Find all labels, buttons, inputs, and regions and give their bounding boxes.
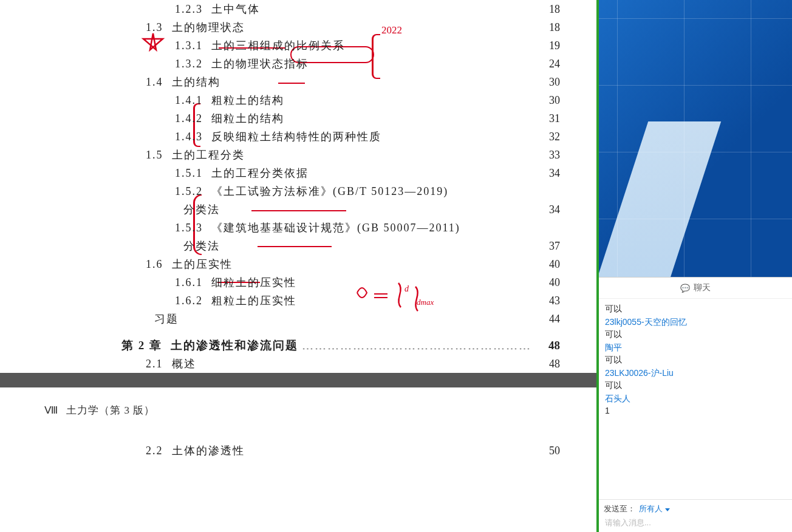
toc-leader-dots <box>248 148 533 159</box>
toc-leader-dots <box>300 293 532 304</box>
toc-number: 1.6.1 <box>36 273 211 292</box>
toc-number: 1.6 <box>36 255 172 273</box>
toc-leader-dots <box>288 93 532 104</box>
toc-leader-dots <box>224 239 532 250</box>
chat-username[interactable]: 23LKJ0026-沪-Liu <box>605 368 786 379</box>
toc-entry: 2.1概述48 <box>36 355 560 373</box>
toc-chapter: 第 2 章土的渗透性和渗流问题48 <box>36 336 560 355</box>
toc-number: 1.4.3 <box>36 128 211 146</box>
toc-entry: 1.3.2土的物理状态指标24 <box>36 55 560 73</box>
chat-username[interactable]: 陶平 <box>605 343 786 353</box>
desktop-wallpaper <box>599 0 792 277</box>
toc-page: 19 <box>536 36 560 55</box>
chat-input[interactable] <box>604 514 787 531</box>
toc-page: 30 <box>536 73 560 91</box>
send-target-dropdown[interactable]: 所有人 <box>639 503 670 514</box>
chat-title: 聊天 <box>694 282 711 293</box>
toc-leader-dots <box>349 38 532 49</box>
chat-message-list[interactable]: 可以23lkj0055-天空的回忆可以陶平可以23LKJ0026-沪-Liu可以… <box>599 299 792 499</box>
toc-entry: 分类法37 <box>36 237 560 255</box>
toc-number: 第 2 章 <box>36 336 171 355</box>
toc-title: 概述 <box>172 355 196 373</box>
toc-entry: 1.5.2《土工试验方法标准》(GB/T 50123—2019) <box>36 182 560 200</box>
toc-entry: 1.4.3反映细粒土结构特性的两种性质32 <box>36 128 560 146</box>
chat-message: 可以 <box>605 380 786 391</box>
toc-page: 48 <box>536 355 560 373</box>
toc-leader-dots <box>302 338 532 349</box>
toc-title: 土的压实性 <box>172 255 233 273</box>
toc-leader-dots <box>224 75 533 86</box>
toc-entry: 1.4.2细粒土的结构31 <box>36 109 560 128</box>
toc-title: 《建筑地基基础设计规范》(GB 50007—2011) <box>211 219 460 237</box>
toc-page: 43 <box>536 292 560 310</box>
right-sidebar: 💬 聊天 可以23lkj0055-天空的回忆可以陶平可以23LKJ0026-沪-… <box>599 0 792 532</box>
toc-leader-dots <box>300 275 532 286</box>
toc-title: 土的物理状态指标 <box>211 55 309 73</box>
toc-page: 34 <box>536 164 560 182</box>
chat-message: 可以 <box>605 304 786 315</box>
toc-leader-dots <box>385 129 532 140</box>
toc-title: 反映细粒土结构特性的两种性质 <box>211 128 381 146</box>
chevron-down-icon <box>665 508 670 511</box>
toc-title: 分类法 <box>183 237 220 255</box>
send-label: 发送至： <box>604 503 635 514</box>
chat-username[interactable]: 石头人 <box>605 394 786 404</box>
toc-page: 33 <box>536 146 560 164</box>
document-viewport[interactable]: 2022 d dmax 1.2.3土中气体181.3土的物理状态181.3.1土… <box>0 0 599 532</box>
toc-entry: 1.3土的物理状态18 <box>36 18 560 36</box>
toc-number: 1.5.1 <box>36 164 211 182</box>
toc-title: 土的三相组成的比例关系 <box>211 36 345 55</box>
toc-entry: 分类法34 <box>36 200 560 219</box>
page-roman-numeral: Ⅷ <box>43 404 58 417</box>
toc-page: 44 <box>536 310 560 328</box>
toc-entry: 1.6.2粗粒土的压实性43 <box>36 292 560 310</box>
toc-number: 1.5.3 <box>36 219 211 237</box>
chat-panel: 💬 聊天 可以23lkj0055-天空的回忆可以陶平可以23LKJ0026-沪-… <box>599 277 792 532</box>
toc-number: 1.4 <box>36 73 172 91</box>
toc-entry: 1.5.1土的工程分类依据34 <box>36 164 560 182</box>
toc-number: 1.2.3 <box>36 0 211 18</box>
toc-leader-dots <box>200 356 533 367</box>
toc-page: 40 <box>536 273 560 292</box>
toc-leader-dots <box>288 111 532 122</box>
chat-icon: 💬 <box>680 284 690 293</box>
toc-title: 土的渗透性和渗流问题 <box>171 336 298 355</box>
toc-entry: 1.5.3《建筑地基基础设计规范》(GB 50007—2011) <box>36 219 560 237</box>
toc-entry: 1.6土的压实性40 <box>36 255 560 273</box>
toc-entry: 1.4.1粗粒土的结构30 <box>36 91 560 109</box>
toc-title: 分类法 <box>183 200 220 219</box>
toc-title: 土的结构 <box>172 73 220 91</box>
send-target-row[interactable]: 发送至： 所有人 <box>604 503 787 514</box>
toc-entry: 1.2.3土中气体18 <box>36 0 560 18</box>
chat-username[interactable]: 23lkj0055-天空的回忆 <box>605 317 786 328</box>
page-footer: Ⅷ 土力学（第 3 版） <box>36 387 560 417</box>
toc-number: 1.3.1 <box>36 36 211 55</box>
book-title: 土力学（第 3 版） <box>66 404 155 416</box>
toc-title: 土体的渗透性 <box>172 442 245 460</box>
toc-number: 1.4.2 <box>36 109 211 128</box>
toc-title: 粗粒土的结构 <box>211 91 284 109</box>
chat-header: 💬 聊天 <box>599 278 792 299</box>
chat-footer: 发送至： 所有人 <box>599 499 792 532</box>
toc-leader-dots <box>248 20 533 31</box>
toc-entry: 1.6.1细粒土的压实性40 <box>36 273 560 292</box>
toc-number: 1.5 <box>36 146 172 164</box>
chat-message: 可以 <box>605 329 786 340</box>
toc-page: 34 <box>536 200 560 219</box>
toc-title: 土的物理状态 <box>172 18 245 36</box>
toc-entry: 1.4土的结构30 <box>36 73 560 91</box>
toc-leader-dots <box>182 312 532 322</box>
toc-number: 1.3 <box>36 18 172 36</box>
toc-title: 细粒土的压实性 <box>211 273 296 292</box>
toc-leader-dots <box>224 202 532 213</box>
toc-page: 18 <box>536 18 560 36</box>
toc-page: 37 <box>536 237 560 255</box>
toc-page: 32 <box>536 128 560 146</box>
toc-entry: 1.3.1土的三相组成的比例关系19 <box>36 36 560 55</box>
toc-title: 《土工试验方法标准》(GB/T 50123—2019) <box>211 182 448 200</box>
toc-title: 土中气体 <box>211 0 260 18</box>
toc-leader-dots <box>236 257 533 268</box>
toc-page: 40 <box>536 255 560 273</box>
toc-number: 2.1 <box>36 355 172 373</box>
chat-message: 可以 <box>605 355 786 366</box>
